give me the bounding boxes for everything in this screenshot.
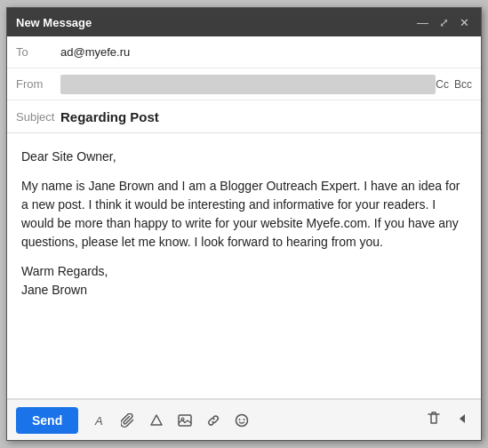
svg-point-3 <box>236 414 248 426</box>
svg-point-5 <box>244 419 245 420</box>
svg-rect-1 <box>179 415 191 426</box>
compose-area[interactable]: Dear Site Owner, My name is Jane Brown a… <box>7 133 481 399</box>
from-row: From Cc Bcc <box>7 68 481 100</box>
to-label: To <box>16 45 60 59</box>
subject-label: Subject <box>16 110 60 124</box>
window-title: New Message <box>16 16 92 29</box>
body-closing: Warm Regards, Jane Brown <box>21 262 467 300</box>
drive-icon[interactable] <box>146 410 167 431</box>
to-value: ad@myefe.ru <box>60 45 472 59</box>
compose-toolbar: Send A <box>7 399 481 440</box>
close-button[interactable]: ✕ <box>457 16 472 29</box>
body-paragraph: My name is Jane Brown and I am a Blogger… <box>21 177 467 252</box>
minimize-button[interactable]: — <box>414 16 431 29</box>
cc-button[interactable]: Cc <box>436 78 449 91</box>
title-bar: New Message — ⤢ ✕ <box>7 8 481 36</box>
svg-point-4 <box>239 419 241 420</box>
more-options-icon[interactable] <box>452 406 472 435</box>
photo-icon[interactable] <box>174 410 196 431</box>
svg-text:A: A <box>94 414 103 427</box>
cc-bcc-area: Cc Bcc <box>436 78 472 91</box>
format-text-icon[interactable]: A <box>91 411 110 430</box>
subject-value: Regarding Post <box>60 109 472 124</box>
body-closing-text: Warm Regards, <box>21 264 108 278</box>
from-input[interactable] <box>60 75 436 94</box>
bcc-button[interactable]: Bcc <box>454 78 472 91</box>
body-greeting: Dear Site Owner, <box>21 148 467 166</box>
trash-icon[interactable] <box>422 406 445 434</box>
compose-window: New Message — ⤢ ✕ To ad@myefe.ru From Cc… <box>6 7 482 441</box>
body-name: Jane Brown <box>21 283 87 297</box>
attach-icon[interactable] <box>117 410 139 431</box>
emoji-icon[interactable] <box>231 410 252 431</box>
from-label: From <box>16 77 60 91</box>
link-icon[interactable] <box>203 410 224 431</box>
window-controls: — ⤢ ✕ <box>414 16 472 29</box>
to-row: To ad@myefe.ru <box>7 36 481 68</box>
send-button[interactable]: Send <box>16 407 78 434</box>
header-fields: To ad@myefe.ru From Cc Bcc Subject Regar… <box>7 36 481 133</box>
maximize-button[interactable]: ⤢ <box>436 16 452 29</box>
subject-row: Subject Regarding Post <box>7 100 481 132</box>
